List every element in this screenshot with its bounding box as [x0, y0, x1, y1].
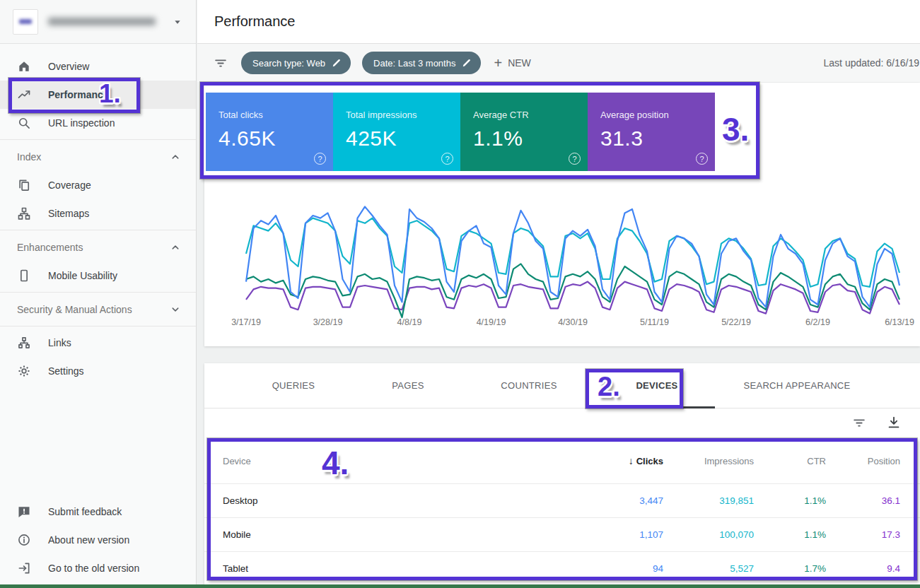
x-axis-tick-label: 3/17/19	[221, 317, 271, 327]
table-row-desktop[interactable]: Desktop3,447319,8511.1%36.1	[204, 484, 920, 518]
table-filter-icon[interactable]	[851, 415, 867, 430]
property-selector[interactable]	[0, 0, 196, 44]
sidebar-item-settings[interactable]: Settings	[0, 357, 196, 385]
sidebar-item-mobile-usability[interactable]: Mobile Usability	[0, 261, 196, 290]
help-icon[interactable]: ?	[696, 153, 708, 165]
download-icon[interactable]	[886, 415, 902, 430]
sidebar-item-sitemaps[interactable]: Sitemaps	[0, 199, 196, 228]
sidebar-item-label: Links	[48, 337, 71, 348]
sidebar-section-index[interactable]: Index	[0, 143, 196, 171]
table-header-row: Device↓ClicksImpressionsCTRPosition	[204, 438, 920, 484]
tab-devices[interactable]: DEVICES	[593, 363, 721, 408]
sidebar-item-overview[interactable]: Overview	[0, 52, 196, 81]
tab-search-appearance[interactable]: SEARCH APPEARANCE	[733, 363, 861, 408]
sidebar-divider	[0, 292, 196, 293]
help-icon[interactable]: ?	[441, 153, 453, 165]
x-axis-tick-label: 4/19/19	[467, 317, 516, 327]
performance-panel: Total clicks4.65K?Total impressions425K?…	[204, 83, 920, 346]
chart-line-ctr	[246, 264, 899, 317]
pencil-icon	[332, 58, 342, 68]
sidebar-item-go-to-the-old-version[interactable]: Go to the old version	[0, 554, 196, 582]
sidebar-item-about-new-version[interactable]: About new version	[0, 526, 196, 554]
sidebar-section-security-manual-actions[interactable]: Security & Manual Actions	[0, 295, 196, 324]
column-header-impressions[interactable]: Impressions	[663, 456, 754, 466]
sidebar-item-links[interactable]: Links	[0, 329, 196, 357]
sidebar-item-label: Performance	[48, 89, 109, 100]
property-domain-blurred	[48, 18, 156, 25]
column-header-label: Impressions	[704, 456, 754, 466]
chevron-down-icon[interactable]	[169, 303, 182, 316]
sidebar-divider	[0, 139, 196, 140]
sidebar-item-label: Coverage	[48, 180, 91, 191]
filter-icon[interactable]	[213, 55, 228, 71]
x-axis-tick-label: 3/28/19	[303, 317, 353, 327]
column-header-device[interactable]: Device	[204, 456, 557, 466]
arrow-down-icon: ↓	[629, 455, 634, 466]
tab-pages[interactable]: PAGES	[344, 363, 472, 408]
page-title: Performance	[214, 13, 296, 30]
cell-ctr: 1.1%	[754, 495, 826, 506]
filter-chip-label: Date: Last 3 months	[373, 58, 455, 69]
performance-chart	[240, 189, 905, 337]
column-header-clicks[interactable]: ↓Clicks	[557, 455, 663, 466]
chevron-up-icon[interactable]	[169, 151, 182, 163]
sidebar-section-enhancements[interactable]: Enhancements	[0, 233, 196, 261]
cell-device: Mobile	[204, 529, 557, 540]
card-value: 425K	[346, 127, 460, 151]
column-header-ctr[interactable]: CTR	[754, 456, 826, 466]
summary-card-total-clicks[interactable]: Total clicks4.65K?	[206, 93, 333, 171]
new-filter-label: NEW	[508, 57, 531, 69]
filter-bar: Search type: WebDate: Last 3 months + NE…	[197, 44, 920, 82]
feedback-icon	[17, 505, 31, 519]
x-axis-tick-label: 6/13/19	[875, 317, 920, 327]
caret-down-icon[interactable]	[172, 16, 183, 28]
pencil-icon	[462, 58, 472, 68]
sidebar-item-submit-feedback[interactable]: Submit feedback	[0, 498, 196, 526]
summary-card-total-impressions[interactable]: Total impressions425K?	[333, 93, 460, 171]
property-logo	[13, 9, 38, 35]
sitemaps-icon	[17, 206, 31, 220]
sidebar-divider	[0, 230, 196, 230]
cell-ctr: 1.1%	[754, 529, 826, 540]
main-area: Performance Search type: WebDate: Last 3…	[197, 0, 920, 588]
card-label: Average position	[600, 110, 715, 120]
sidebar-item-performance[interactable]: Performance	[0, 81, 196, 109]
chart-x-axis-labels: 3/17/193/28/194/8/194/19/194/30/195/11/1…	[240, 317, 905, 329]
summary-card-average-ctr[interactable]: Average CTR1.1%?	[460, 93, 588, 171]
table-row-mobile[interactable]: Mobile1,107100,0701.1%17.3	[204, 518, 920, 552]
help-icon[interactable]: ?	[314, 153, 326, 165]
cell-clicks: 94	[557, 563, 663, 574]
cell-device: Tablet	[204, 563, 557, 574]
chevron-up-icon[interactable]	[169, 241, 182, 254]
help-icon[interactable]: ?	[569, 153, 581, 165]
filter-chip-search-type-web[interactable]: Search type: Web	[241, 52, 351, 74]
home-icon	[17, 59, 31, 74]
summary-card-average-position[interactable]: Average position31.3?	[588, 93, 715, 171]
last-updated-text: Last updated: 6/16/19	[824, 57, 920, 69]
links-icon	[17, 336, 31, 350]
filter-chip-date-last-3-months[interactable]: Date: Last 3 months	[362, 52, 481, 74]
cell-clicks: 3,447	[557, 495, 663, 506]
column-header-position[interactable]: Position	[826, 456, 920, 466]
devices-table: Device↓ClicksImpressionsCTRPositionDeskt…	[204, 438, 920, 586]
sidebar-item-label: Mobile Usability	[48, 270, 117, 281]
column-header-label: Clicks	[636, 456, 663, 466]
cell-impressions: 100,070	[663, 529, 754, 540]
x-axis-tick-label: 4/30/19	[548, 317, 598, 327]
new-filter-button[interactable]: + NEW	[494, 55, 530, 71]
sidebar-item-url-inspection[interactable]: URL inspection	[0, 109, 196, 137]
sidebar-section-label: Enhancements	[17, 242, 83, 253]
settings-icon	[17, 364, 31, 378]
exit-icon	[17, 561, 31, 575]
tab-queries[interactable]: QUERIES	[230, 363, 357, 408]
sidebar-item-coverage[interactable]: Coverage	[0, 171, 196, 199]
cell-position: 9.4	[826, 563, 920, 574]
chart-line-impressions	[246, 218, 899, 287]
x-axis-tick-label: 4/8/19	[385, 317, 434, 327]
table-row-tablet[interactable]: Tablet945,5271.7%9.4	[204, 552, 920, 586]
x-axis-tick-label: 6/2/19	[793, 317, 843, 327]
cell-device: Desktop	[204, 495, 557, 506]
sidebar-footer: Submit feedbackAbout new versionGo to th…	[0, 498, 196, 582]
tab-countries[interactable]: COUNTRIES	[465, 363, 593, 408]
sidebar-section-label: Index	[17, 151, 41, 163]
